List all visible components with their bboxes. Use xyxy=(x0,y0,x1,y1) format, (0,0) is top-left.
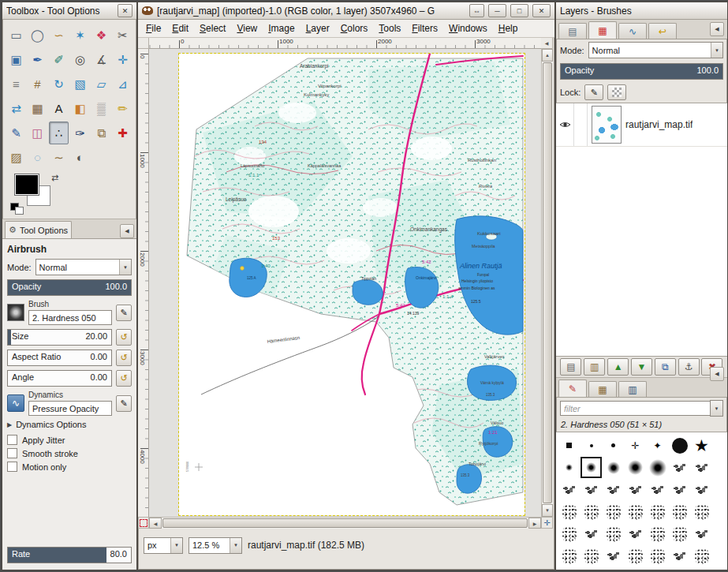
tool-fuzzy-select[interactable]: ✶ xyxy=(70,24,90,47)
brush-item-25[interactable] xyxy=(647,501,668,522)
tool-heal[interactable]: ✚ xyxy=(113,122,133,144)
layers-titlebar[interactable]: Layers - Brushes xyxy=(556,2,727,20)
unit-select[interactable]: px ▼ xyxy=(144,537,183,554)
brush-item-6[interactable]: ★ xyxy=(691,435,712,456)
lock-alpha-button[interactable] xyxy=(607,84,626,100)
tool-select-by-color[interactable]: ❖ xyxy=(91,24,111,47)
default-colors-button[interactable] xyxy=(10,203,23,213)
brush-item-36[interactable] xyxy=(581,545,602,566)
menu-select[interactable]: Select xyxy=(194,21,231,36)
checkbox-box-icon[interactable] xyxy=(7,448,17,458)
checkbox-box-icon[interactable] xyxy=(7,435,17,445)
paint-mode-select[interactable]: Normal ▼ xyxy=(35,259,132,275)
tool-scale[interactable]: ▧ xyxy=(70,73,90,95)
menu-windows[interactable]: Windows xyxy=(443,21,493,36)
opacity-slider[interactable]: Opacity100.0 xyxy=(7,279,132,296)
scroll-up-arrow[interactable]: ▲ xyxy=(542,49,553,62)
brush-item-23[interactable] xyxy=(603,501,624,522)
tool-options-menu-button[interactable]: ◀ xyxy=(120,224,134,238)
quick-mask-toggle[interactable] xyxy=(138,517,149,529)
tool-blend[interactable]: ▒ xyxy=(91,97,111,120)
tool-ink[interactable]: ✑ xyxy=(70,122,90,144)
toolbox-close-button[interactable]: ✕ xyxy=(118,4,133,17)
brush-item-12[interactable] xyxy=(669,457,690,478)
chevron-down-icon[interactable]: ▼ xyxy=(710,400,723,417)
layers-tab[interactable]: ▤ xyxy=(558,23,587,39)
close-button[interactable]: ✕ xyxy=(532,4,551,17)
foreground-color-swatch[interactable] xyxy=(15,174,39,195)
tool-zoom[interactable]: ◎ xyxy=(70,48,90,71)
edit-brush-button[interactable]: ✎ xyxy=(116,305,132,321)
title-extra-button[interactable]: ⇔ xyxy=(469,4,484,17)
layer-thumbnail[interactable] xyxy=(592,106,622,144)
horizontal-scrollbar[interactable]: ◀ ▶ xyxy=(149,517,541,529)
tool-blur-sharpen[interactable]: ◌ xyxy=(28,146,47,169)
brush-item-27[interactable] xyxy=(691,501,712,522)
tool-measure[interactable]: ∡ xyxy=(91,48,111,71)
navigation-button[interactable]: ✛ xyxy=(541,517,553,529)
brush-item-30[interactable] xyxy=(603,523,624,544)
canvas-viewport[interactable]: ArabiankorpiViipankorpiKulmankykyRusthol… xyxy=(149,49,541,517)
tool-cage-transform[interactable]: ▦ xyxy=(28,97,47,120)
tool-alignment[interactable]: ≡ xyxy=(6,73,26,95)
menu-colors[interactable]: Colors xyxy=(335,21,374,36)
tool-rectangle-select[interactable]: ▭ xyxy=(6,24,26,47)
rate-slider[interactable]: Rate80.0 xyxy=(7,547,132,563)
link-toggle[interactable] xyxy=(574,103,588,146)
brush-item-2[interactable] xyxy=(603,435,624,456)
tool-pencil[interactable]: ✏ xyxy=(113,97,133,120)
tool-paintbrush[interactable]: ✎ xyxy=(6,122,26,144)
scroll-right-arrow[interactable]: ▶ xyxy=(528,518,541,529)
brush-item-8[interactable] xyxy=(581,457,602,478)
vertical-scrollbar[interactable]: ▲ ▼ xyxy=(541,49,553,517)
tool-bucket-fill[interactable]: ◧ xyxy=(70,97,90,120)
tab-tool-options[interactable]: ⚙ Tool Options xyxy=(5,221,72,238)
edit-dynamics-button[interactable]: ✎ xyxy=(116,395,132,412)
aspect-ratio-slider[interactable]: Aspect Ratio0.00 xyxy=(7,350,112,366)
brush-item-39[interactable] xyxy=(647,545,668,566)
brush-item-33[interactable] xyxy=(669,523,690,544)
brush-item-14[interactable] xyxy=(558,479,580,500)
brush-item-16[interactable] xyxy=(603,479,624,500)
dynamics-select[interactable]: Pressure Opacity xyxy=(28,401,112,416)
scroll-down-arrow[interactable]: ▼ xyxy=(542,504,553,517)
tool-flip[interactable]: ⇄ xyxy=(6,97,26,120)
reset-aspect-button[interactable]: ↺ xyxy=(116,350,132,366)
new-layer-group-button[interactable]: ▥ xyxy=(584,358,605,376)
checkbox-motion-only[interactable]: Motion only xyxy=(7,460,132,473)
brush-item-13[interactable] xyxy=(691,457,712,478)
minimize-button[interactable]: ─ xyxy=(488,4,506,17)
scroll-left-arrow[interactable]: ◀ xyxy=(149,518,162,529)
brush-filter-input[interactable] xyxy=(560,401,710,416)
tool-foreground-select[interactable]: ▣ xyxy=(6,48,26,71)
checkbox-apply-jitter[interactable]: Apply Jitter xyxy=(7,433,132,447)
lower-layer-button[interactable]: ▼ xyxy=(631,358,652,376)
brush-item-34[interactable] xyxy=(691,523,712,544)
menu-tools[interactable]: Tools xyxy=(373,21,406,36)
swap-colors-button[interactable]: ⇄ xyxy=(51,173,58,183)
tool-clone[interactable]: ⧉ xyxy=(91,122,111,144)
brush-item-15[interactable] xyxy=(581,479,602,500)
menu-image[interactable]: Image xyxy=(263,21,300,36)
dynamics-options-expander[interactable]: ▶ Dynamics Options xyxy=(7,420,132,429)
reset-size-button[interactable]: ↺ xyxy=(116,329,132,346)
brush-item-19[interactable] xyxy=(669,479,690,500)
brush-item-10[interactable] xyxy=(625,457,646,478)
brush-item-4[interactable]: ✦ xyxy=(647,435,668,456)
vertical-scroll-thumb[interactable] xyxy=(543,62,552,503)
tool-perspective-clone[interactable]: ▨ xyxy=(6,146,26,169)
tool-dodge-burn[interactable]: ◐ xyxy=(70,146,90,169)
paths-tab[interactable]: ∿ xyxy=(618,23,647,39)
anchor-layer-button[interactable]: ⚓ xyxy=(678,358,700,376)
ruler-horizontal[interactable]: 0100020003000 xyxy=(149,38,541,49)
maximize-button[interactable]: □ xyxy=(510,4,528,17)
new-layer-button[interactable]: ▤ xyxy=(560,358,581,376)
menu-file[interactable]: File xyxy=(140,21,166,36)
tool-ellipse-select[interactable]: ◯ xyxy=(28,24,47,47)
brush-item-5[interactable] xyxy=(669,435,690,456)
tool-smudge[interactable]: ∼ xyxy=(49,146,69,169)
brush-item-35[interactable] xyxy=(558,545,580,566)
brushes-menu-button[interactable]: ◀ xyxy=(710,367,724,381)
tool-text[interactable]: A xyxy=(49,97,69,120)
brush-item-7[interactable] xyxy=(558,457,580,478)
